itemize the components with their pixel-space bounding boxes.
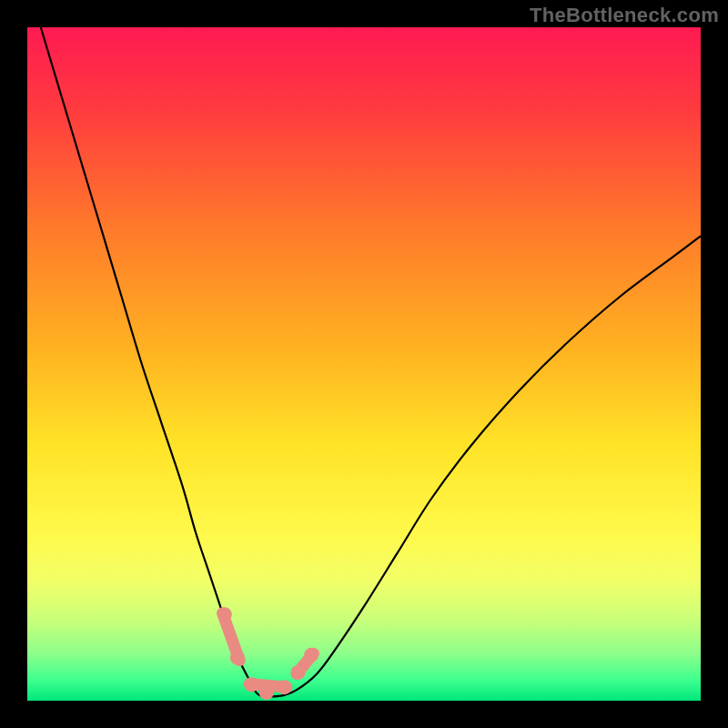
- bottleneck-chart-svg: [0, 0, 728, 728]
- plot-area: [27, 27, 701, 701]
- highlight-dot: [230, 651, 245, 665]
- chart-frame: TheBottleneck.com: [0, 0, 728, 728]
- highlight-dot: [290, 665, 305, 680]
- highlight-dot: [244, 677, 258, 692]
- highlight-dot: [259, 685, 274, 700]
- highlight-dot: [278, 680, 292, 694]
- watermark-text: TheBottleneck.com: [530, 4, 719, 27]
- highlight-dot: [217, 607, 232, 622]
- highlight-dot: [304, 648, 318, 662]
